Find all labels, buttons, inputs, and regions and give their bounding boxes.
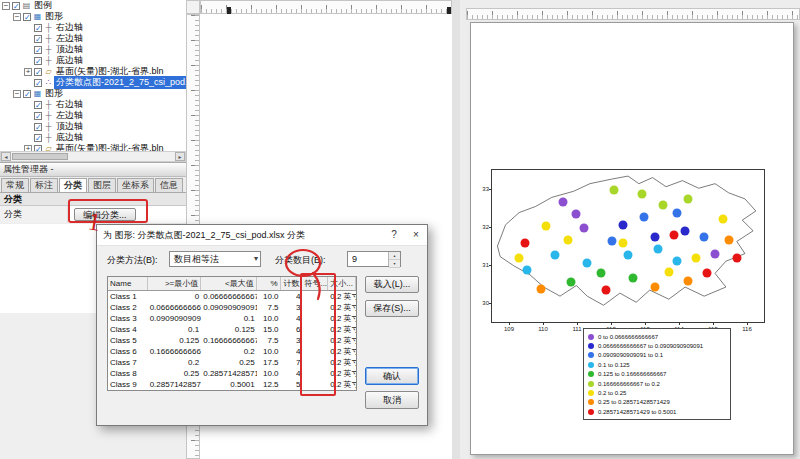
column-header[interactable]: Name — [108, 277, 148, 290]
method-select[interactable]: 数目相等法 ▾ — [169, 251, 261, 267]
visibility-checkbox[interactable]: ✓ — [23, 13, 31, 21]
scatter-icon: ∴ — [44, 78, 53, 87]
class-count-spinner[interactable]: 9 ▴ ▾ — [347, 251, 401, 267]
visibility-checkbox[interactable]: ✓ — [34, 24, 42, 32]
legend-dot — [588, 381, 594, 387]
table-cell: 0.16666666667 — [201, 335, 257, 346]
tree-item[interactable]: −✓▦图形 — [0, 11, 186, 22]
basemap-icon: ▱ — [44, 144, 53, 151]
column-header[interactable]: >=最小值 — [148, 277, 202, 290]
method-label: 分类方法(B): — [107, 254, 158, 267]
tree-item[interactable]: ✓┼顶边轴 — [0, 44, 186, 55]
visibility-checkbox[interactable]: ✓ — [34, 46, 42, 54]
axis-icon: ┼ — [44, 34, 53, 43]
collapse-icon[interactable]: − — [2, 2, 10, 10]
visibility-checkbox[interactable]: ✓ — [34, 101, 42, 109]
scrollbar-thumb[interactable] — [12, 153, 68, 160]
axis-icon: ┼ — [44, 100, 53, 109]
dialog-title-bar[interactable]: 为 图形: 分类散点图-2021_2_75_csi_pod.xlsx 分类 ? … — [97, 225, 427, 246]
tab-信息[interactable]: 信息 — [155, 178, 183, 192]
ok-button[interactable]: 确认 — [365, 367, 419, 385]
table-cell: 10.0 — [257, 291, 281, 302]
visibility-checkbox[interactable]: ✓ — [23, 90, 31, 98]
visibility-checkbox[interactable]: ✓ — [12, 2, 20, 10]
table-cell: 0.28571428571 — [201, 368, 257, 379]
tree-item[interactable]: ✓┼顶边轴 — [0, 121, 186, 132]
visibility-checkbox[interactable]: ✓ — [34, 68, 42, 76]
method-value: 数目相等法 — [174, 254, 219, 264]
table-cell: Class 6 — [108, 346, 148, 357]
collapse-icon[interactable]: − — [13, 90, 21, 98]
cancel-button[interactable]: 取消 — [365, 391, 419, 409]
map-point — [683, 194, 692, 203]
dialog-title: 为 图形: 分类散点图-2021_2_75_csi_pod.xlsx 分类 — [97, 229, 383, 242]
tree-item[interactable]: ✓┼右边轴 — [0, 22, 186, 33]
legend-entry: 0.0909090909091 to 0.1 — [588, 351, 726, 360]
legend-dot — [588, 352, 594, 358]
map-point — [681, 226, 690, 235]
chevron-down-icon[interactable]: ▾ — [254, 252, 258, 266]
table-cell: 0.125 — [201, 324, 257, 335]
spin-up-icon[interactable]: ▴ — [389, 252, 400, 260]
visibility-checkbox[interactable]: ✓ — [34, 112, 42, 120]
legend-dot — [588, 399, 594, 405]
tab-标注[interactable]: 标注 — [30, 178, 58, 192]
tree-item[interactable]: +✓▱基面(矢量)图-湖北-省界.bln — [0, 143, 186, 151]
legend-dot — [588, 371, 594, 377]
map-point — [672, 257, 681, 266]
ruler-page-marker — [447, 7, 451, 14]
tab-分类[interactable]: 分类 — [59, 178, 87, 192]
tree-item-label[interactable]: 分类散点图-2021_2_75_csi_pod.xlsx — [54, 76, 187, 89]
save-button[interactable]: 保存(S)... — [365, 300, 419, 317]
map-point — [596, 269, 605, 278]
spin-down-icon[interactable]: ▾ — [389, 260, 400, 268]
table-cell: 12.5 — [257, 379, 281, 390]
column-header[interactable]: <最大值 — [201, 277, 257, 290]
tree-item[interactable]: −✓▤图例 — [0, 0, 186, 11]
table-cell: 0.06666666667 — [148, 302, 202, 313]
tree-item-label[interactable]: 基面(矢量)图-湖北-省界.bln — [54, 142, 166, 151]
expand-icon[interactable]: + — [24, 68, 32, 76]
count-label: 分类数目(B): — [275, 254, 326, 267]
legend-dot — [588, 334, 594, 340]
help-icon[interactable]: ? — [383, 225, 405, 245]
table-cell: 0.25 — [201, 357, 257, 368]
tree-item[interactable]: ✓┼右边轴 — [0, 99, 186, 110]
map-point — [732, 254, 741, 263]
scroll-right-icon[interactable]: ► — [175, 152, 185, 161]
map-point — [624, 251, 633, 260]
tree-horizontal-scrollbar[interactable]: ◄ ► — [0, 151, 186, 162]
table-cell: 7.5 — [257, 302, 281, 313]
y-tick — [489, 227, 492, 228]
y-tick — [489, 189, 492, 190]
visibility-checkbox[interactable]: ✓ — [34, 79, 42, 87]
x-tick — [679, 322, 680, 325]
tab-常规[interactable]: 常规 — [1, 178, 29, 192]
table-cell: 0.16666666667 — [148, 346, 202, 357]
map-point — [523, 266, 532, 275]
table-cell: 0.09090909091 — [148, 313, 202, 324]
axis-icon: ┼ — [44, 56, 53, 65]
visibility-checkbox[interactable]: ✓ — [34, 134, 42, 142]
map-point — [664, 267, 673, 276]
tree-item[interactable]: ✓∴分类散点图-2021_2_75_csi_pod.xlsx — [0, 77, 186, 88]
legend-label: 0 to 0.0666666666667 — [598, 334, 658, 340]
tab-坐标系[interactable]: 坐标系 — [117, 178, 154, 192]
legend-label: 0.25 to 0.28571428571429 — [598, 399, 670, 405]
collapse-icon[interactable]: − — [13, 13, 21, 21]
legend-label: 0.1 to 0.125 — [598, 362, 630, 368]
tree-item[interactable]: ✓┼左边轴 — [0, 33, 186, 44]
column-header[interactable]: % — [257, 277, 281, 290]
page[interactable]: 109110111112113114115116 33323130 0 to 0… — [470, 22, 794, 455]
map-point — [566, 278, 575, 287]
tree-item[interactable]: ✓┼左边轴 — [0, 110, 186, 121]
load-button[interactable]: 载入(L)... — [365, 276, 419, 293]
close-icon[interactable]: × — [405, 225, 427, 245]
x-tick-label: 111 — [572, 326, 581, 332]
visibility-checkbox[interactable]: ✓ — [34, 123, 42, 131]
visibility-checkbox[interactable]: ✓ — [34, 57, 42, 65]
tab-图层[interactable]: 图层 — [88, 178, 116, 192]
tree-item[interactable]: −✓▦图形 — [0, 88, 186, 99]
visibility-checkbox[interactable]: ✓ — [34, 35, 42, 43]
scroll-left-icon[interactable]: ◄ — [1, 152, 11, 161]
